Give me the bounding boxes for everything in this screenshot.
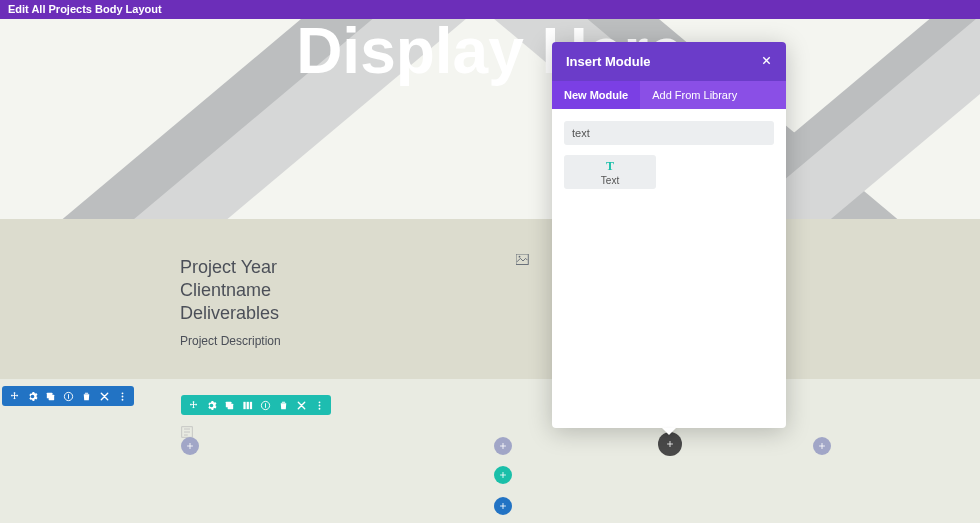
text-icon: T — [606, 159, 614, 174]
section-save-icon[interactable] — [62, 390, 74, 402]
admin-top-bar-title: Edit All Projects Body Layout — [8, 3, 162, 15]
svg-rect-15 — [265, 403, 266, 408]
hero-title: Display Here — [0, 19, 980, 83]
section-close-icon[interactable] — [98, 390, 110, 402]
modal-pointer — [662, 428, 676, 435]
svg-rect-11 — [243, 401, 245, 408]
svg-point-6 — [121, 392, 123, 394]
row-duplicate-icon[interactable] — [223, 399, 235, 411]
svg-point-17 — [318, 404, 320, 406]
section-more-icon[interactable] — [116, 390, 128, 402]
broken-image-icon — [516, 254, 530, 268]
section-duplicate-icon[interactable] — [44, 390, 56, 402]
add-row-button[interactable] — [494, 466, 512, 484]
modal-header: Insert Module — [552, 42, 786, 81]
section-delete-icon[interactable] — [80, 390, 92, 402]
module-text-label: Text — [601, 175, 619, 186]
row-toolbar — [181, 395, 331, 415]
svg-point-1 — [519, 256, 521, 258]
module-placeholder-icon — [181, 424, 193, 436]
svg-rect-5 — [68, 394, 69, 399]
svg-rect-13 — [249, 401, 251, 408]
add-section-button[interactable] — [494, 497, 512, 515]
row-columns-icon[interactable] — [241, 399, 253, 411]
svg-point-8 — [121, 398, 123, 400]
admin-top-bar: Edit All Projects Body Layout — [0, 0, 980, 19]
modal-title: Insert Module — [566, 54, 651, 69]
row-save-icon[interactable] — [259, 399, 271, 411]
modal-body: T Text — [552, 109, 786, 428]
add-module-col1-button[interactable] — [181, 437, 199, 455]
content-band: Project Year Clientname Deliverables Pro… — [0, 219, 980, 379]
row-settings-icon[interactable] — [205, 399, 217, 411]
section-toolbar — [2, 386, 134, 406]
add-module-col4-button[interactable] — [813, 437, 831, 455]
row-close-icon[interactable] — [295, 399, 307, 411]
svg-point-7 — [121, 395, 123, 397]
svg-rect-3 — [48, 394, 54, 400]
svg-rect-10 — [227, 403, 233, 409]
add-module-active-button[interactable] — [658, 432, 682, 456]
modal-tabs: New Module Add From Library — [552, 81, 786, 109]
row-more-icon[interactable] — [313, 399, 325, 411]
tab-add-from-library[interactable]: Add From Library — [640, 81, 749, 109]
section-settings-icon[interactable] — [26, 390, 38, 402]
insert-module-modal: Insert Module New Module Add From Librar… — [552, 42, 786, 428]
row-delete-icon[interactable] — [277, 399, 289, 411]
module-search-input[interactable] — [564, 121, 774, 145]
section-move-icon[interactable] — [8, 390, 20, 402]
builder-area — [0, 379, 980, 523]
module-text-card[interactable]: T Text — [564, 155, 656, 189]
add-module-col2-button[interactable] — [494, 437, 512, 455]
svg-point-18 — [318, 407, 320, 409]
modal-close-button[interactable] — [761, 54, 772, 69]
svg-point-16 — [318, 401, 320, 403]
svg-rect-12 — [246, 401, 248, 408]
hero-section: Display Here — [0, 19, 980, 219]
tab-new-module[interactable]: New Module — [552, 81, 640, 109]
row-move-icon[interactable] — [187, 399, 199, 411]
